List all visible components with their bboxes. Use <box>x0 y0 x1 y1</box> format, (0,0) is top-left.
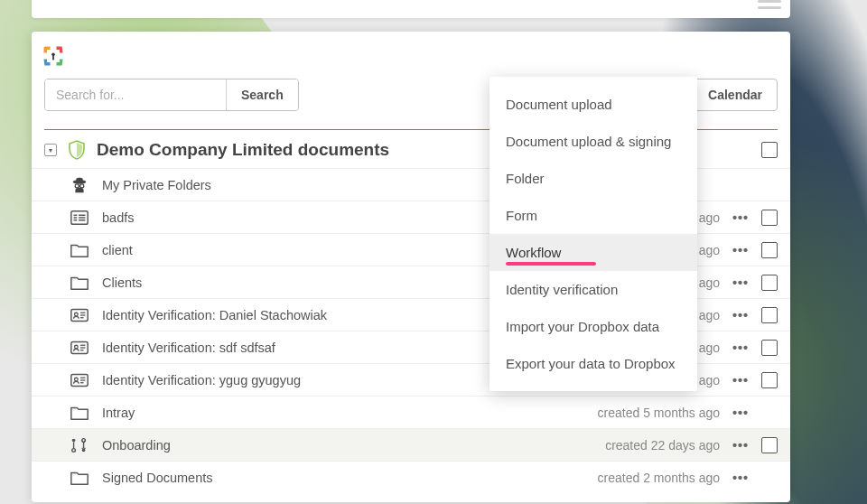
dropdown-item[interactable]: Workflow <box>489 234 697 271</box>
previous-card <box>32 0 790 18</box>
dropdown-item[interactable]: Document upload & signing <box>489 123 697 160</box>
more-actions-button[interactable]: ••• <box>731 210 750 225</box>
more-actions-button[interactable]: ••• <box>731 406 750 420</box>
row-checkbox[interactable] <box>761 275 778 291</box>
company-shield-icon <box>66 139 88 161</box>
more-actions-button[interactable]: ••• <box>731 341 750 355</box>
item-meta: ago <box>699 275 720 290</box>
item-meta: created 2 months ago <box>598 471 720 485</box>
list-item[interactable]: Signed Documentscreated 2 months ago••• <box>32 461 790 493</box>
search-button[interactable]: Search <box>226 79 298 110</box>
more-actions-button[interactable]: ••• <box>731 275 750 290</box>
item-label: Signed Documents <box>102 471 587 485</box>
form-icon <box>68 208 91 228</box>
item-meta: created 22 days ago <box>605 438 720 453</box>
select-all-checkbox[interactable] <box>761 142 778 158</box>
more-actions-button[interactable]: ••• <box>731 373 750 387</box>
row-checkbox[interactable] <box>761 210 778 226</box>
collapse-toggle[interactable]: ▾ <box>44 144 57 156</box>
more-actions-button[interactable]: ••• <box>731 308 750 322</box>
more-actions-button[interactable]: ••• <box>731 438 750 453</box>
item-meta: ago <box>699 341 720 355</box>
calendar-button[interactable]: Calendar <box>693 79 778 111</box>
page-title: Demo Company Limited documents <box>97 140 389 160</box>
row-checkbox[interactable] <box>761 437 778 453</box>
folder-icon <box>68 403 91 423</box>
dropdown-item[interactable]: Document upload <box>489 86 697 123</box>
search-group: Search <box>44 79 299 111</box>
row-checkbox[interactable] <box>761 307 778 323</box>
item-meta: ago <box>699 210 720 225</box>
dropdown-item[interactable]: Folder <box>489 160 697 197</box>
list-item[interactable]: Onboardingcreated 22 days ago••• <box>32 428 790 461</box>
search-input[interactable] <box>45 79 226 110</box>
dropdown-item[interactable]: Identity verification <box>489 271 697 308</box>
spy-icon <box>68 175 91 195</box>
list-item[interactable]: Intraycreated 5 months ago••• <box>32 396 790 428</box>
folder-icon <box>68 468 91 488</box>
row-checkbox[interactable] <box>761 340 778 356</box>
folder-icon <box>68 240 91 260</box>
item-meta: ago <box>699 243 720 257</box>
idcard-icon <box>68 338 91 358</box>
dropdown-item[interactable]: Export your data to Dropbox <box>489 345 697 382</box>
add-menu-dropdown: Document uploadDocument upload & signing… <box>489 77 697 391</box>
highlight-underline <box>506 262 596 266</box>
workflow-icon <box>68 435 91 455</box>
idcard-icon <box>68 305 91 325</box>
dropdown-item[interactable]: Import your Dropbox data <box>489 308 697 345</box>
item-meta: ago <box>699 308 720 322</box>
item-label: Intray <box>102 406 587 420</box>
idcard-icon <box>68 370 91 390</box>
row-checkbox[interactable] <box>761 372 778 388</box>
row-checkbox[interactable] <box>761 242 778 258</box>
more-actions-button[interactable]: ••• <box>731 471 750 485</box>
more-actions-button[interactable]: ••• <box>731 243 750 257</box>
hamburger-icon <box>758 0 781 9</box>
app-logo <box>41 43 66 69</box>
svg-rect-1 <box>52 55 54 60</box>
folder-icon <box>68 273 91 293</box>
dropdown-item[interactable]: Form <box>489 197 697 234</box>
item-meta: created 5 months ago <box>598 406 720 420</box>
item-label: Onboarding <box>102 438 594 453</box>
item-meta: ago <box>699 373 720 387</box>
